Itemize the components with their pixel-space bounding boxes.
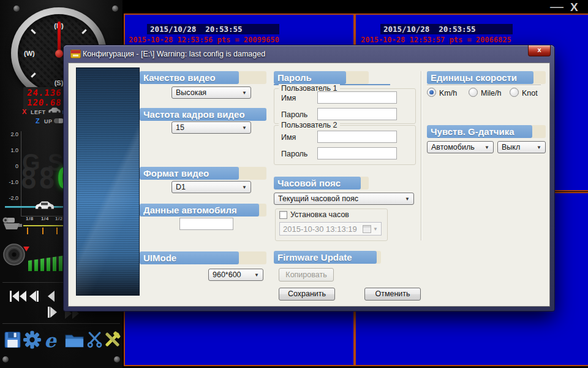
cancel-button[interactable]: Отменить: [364, 288, 421, 301]
scale-label: 1/2: [55, 216, 63, 221]
g-sensor-header: Чувств. G-датчика: [427, 125, 546, 138]
rewind-button[interactable]: [10, 291, 26, 302]
step-forward-button[interactable]: [48, 307, 57, 318]
user2-password-label: Пароль: [281, 150, 307, 158]
video-format-header: Формат видео: [140, 167, 266, 180]
g-axis-tick: -2.0: [4, 195, 18, 201]
chevron-down-icon: ▼: [537, 145, 545, 150]
screw-icon: [112, 6, 118, 12]
dialog-title: Конфигурация - [E:\] Warning: last confi…: [83, 50, 265, 58]
calendar-icon: [363, 225, 371, 233]
car-slider-handle[interactable]: [34, 200, 55, 210]
folder-icon[interactable]: [65, 333, 84, 348]
screw-icon: [13, 6, 20, 12]
radio-selected-icon: [427, 88, 436, 97]
volume-marker-icon[interactable]: [23, 247, 29, 251]
video-quality-header: Качество видео: [140, 71, 266, 84]
scale-tick: [42, 228, 43, 234]
dialog-close-button[interactable]: x: [528, 45, 551, 56]
g-axis-tick: 2.0: [4, 131, 18, 137]
osd-time-bar: 2015/10/28 20:53:55: [380, 24, 513, 34]
stream-info-line: 2015-10-28 12:53:57 pts = 20066825: [361, 36, 511, 44]
datetime-field: 2015-10-30 13:13:19 ▼: [279, 222, 382, 236]
speed-units-underline: [427, 85, 541, 85]
step-back-button[interactable]: [29, 291, 39, 302]
user1-name-label: Имя: [281, 94, 296, 102]
user2-name-label: Имя: [281, 133, 296, 142]
close-window-button[interactable]: X: [570, 1, 578, 14]
copy-firmware-button: Копировать: [279, 268, 334, 282]
car-data-header: Данные автомобиля: [140, 204, 266, 217]
car-data-input[interactable]: [179, 218, 233, 230]
firmware-header: Firmware Update: [274, 251, 381, 264]
uimode-header: UIMode: [140, 251, 266, 264]
g-axis-tick: 1.0: [4, 147, 18, 153]
chevron-down-icon: ▼: [242, 90, 251, 96]
chevron-down-icon: ▼: [242, 125, 251, 131]
speaker-icon: [2, 243, 26, 266]
scale-label: 1/8: [26, 216, 34, 221]
user2-password-input[interactable]: [317, 147, 397, 159]
dialog-app-icon: [70, 50, 81, 58]
g-sensor-state-select[interactable]: Выкл▼: [497, 141, 546, 153]
speed-digit: 8: [39, 162, 57, 195]
password-header: Пароль: [274, 71, 369, 84]
play-reverse-button[interactable]: [48, 291, 55, 302]
g-axis-tick: -1.0: [4, 179, 18, 185]
g-sensor-mode-select[interactable]: Автомобиль▼: [427, 141, 494, 153]
save-button[interactable]: Сохранить: [279, 288, 335, 301]
chevron-down-icon: ▼: [373, 226, 381, 232]
user2-group-label: Пользователь 2: [279, 121, 340, 129]
osd-time-bar: 2015/10/28 20:53:55: [147, 24, 279, 34]
speed-digit: 8: [20, 162, 39, 195]
scale-label: 1/4: [41, 216, 49, 221]
speed-units-header: Единицы скорости: [427, 71, 546, 84]
browser-icon[interactable]: e: [44, 331, 56, 350]
frame-rate-select[interactable]: 15▼: [172, 121, 251, 134]
z-axis-label: Z: [36, 117, 40, 125]
uimode-select[interactable]: 588*368▼: [208, 269, 263, 281]
osd-timestamp: 2015/10/28 20:53:55: [147, 24, 279, 34]
gps-latitude: 24.136: [26, 88, 62, 98]
osd-timestamp: 2015/10/28 20:53:55: [380, 24, 513, 34]
frame-rate-header: Частота кадров видео: [140, 108, 266, 121]
user2-name-input[interactable]: [317, 131, 397, 143]
user1-name-input[interactable]: [317, 91, 397, 104]
up-label: UP: [44, 118, 53, 125]
column-divider: [421, 71, 421, 240]
camcorder-icon: [1, 216, 23, 232]
timezone-select[interactable]: Текущий часовой пояс▼: [274, 193, 414, 205]
screw-icon: [114, 356, 120, 362]
settings-gear-icon[interactable]: [23, 331, 41, 349]
minimize-button[interactable]: —: [550, 0, 564, 15]
radio-knot[interactable]: Knot: [510, 87, 538, 98]
tools-icon[interactable]: [103, 330, 122, 349]
user1-password-label: Пароль: [281, 110, 307, 119]
gps-longitude: 120.68: [26, 98, 62, 107]
dialog-body: Качество видео Высокая▼ Частота кадров в…: [68, 63, 550, 307]
compass-hub: [55, 50, 63, 58]
stream-info-line: 2015-10-28 12:53:56 pts = 20099650: [129, 36, 279, 44]
left-label: LEFT: [31, 109, 46, 115]
car-icon: [48, 107, 61, 113]
compass-tick: [31, 29, 36, 34]
radio-mileh[interactable]: Mile/h: [469, 87, 501, 98]
decorative-banner: [76, 67, 140, 296]
datetime-value: 2015-10-30 13:13:19: [283, 224, 357, 234]
compass-west-label: (W): [24, 50, 35, 57]
g-axis-tick: 0: [4, 163, 18, 169]
scissors-icon[interactable]: [86, 331, 103, 348]
video-quality-select[interactable]: Высокая▼: [172, 86, 251, 99]
user1-password-input[interactable]: [317, 108, 397, 120]
radio-kmh[interactable]: Km/h: [427, 87, 457, 98]
chevron-down-icon: ▼: [405, 196, 413, 202]
set-clock-checkbox[interactable]: [279, 211, 287, 219]
configuration-dialog: Конфигурация - [E:\] Warning: last confi…: [64, 45, 554, 311]
scale-tick: [27, 228, 28, 234]
x-axis-label: X: [22, 108, 27, 115]
video-format-select[interactable]: D1▼: [172, 181, 251, 193]
chevron-down-icon: ▼: [242, 185, 251, 190]
save-icon[interactable]: [4, 331, 21, 348]
chevron-down-icon: ▼: [254, 272, 263, 278]
screw-icon: [2, 356, 9, 362]
